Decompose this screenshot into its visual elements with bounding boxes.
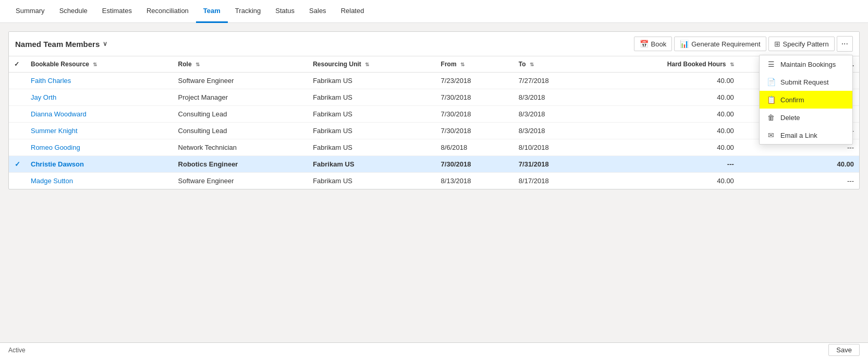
- row-hard-hours-5: ---: [591, 156, 739, 173]
- row-hard-hours-1: 40.00: [591, 89, 739, 106]
- row-role-1: Project Manager: [173, 89, 308, 106]
- confirm-label: Confirm: [780, 96, 804, 104]
- row-role-4: Network Technician: [173, 139, 308, 156]
- dropdown-item-maintain[interactable]: ☰Maintain Bookings: [760, 55, 852, 73]
- sort-resource-icon[interactable]: ⇅: [93, 62, 97, 67]
- row-resource-1[interactable]: Jay Orth: [26, 89, 173, 106]
- table-body: Faith CharlesSoftware EngineerFabrikam U…: [9, 73, 859, 189]
- dropdown-menu: ☰Maintain Bookings📄Submit Request📋Confir…: [759, 55, 853, 145]
- table-row[interactable]: Dianna WoodwardConsulting LeadFabrikam U…: [9, 106, 859, 123]
- submit-icon: 📄: [767, 78, 775, 86]
- sort-role-icon[interactable]: ⇅: [195, 62, 200, 67]
- more-options-button[interactable]: ···: [837, 36, 853, 52]
- table-row[interactable]: Summer KnightConsulting LeadFabrikam US7…: [9, 123, 859, 139]
- row-hard-hours-6: 40.00: [591, 173, 739, 189]
- row-check-6[interactable]: [9, 173, 26, 189]
- main-content: Named Team Members ∨ 📅 Book 📊 Generate R…: [0, 23, 868, 342]
- nav-item-estimates[interactable]: Estimates: [95, 0, 139, 23]
- resource-link-1[interactable]: Jay Orth: [31, 93, 56, 101]
- resource-link-0[interactable]: Faith Charles: [31, 77, 71, 85]
- row-to-0: 7/27/2018: [514, 73, 591, 89]
- row-from-3: 7/30/2018: [436, 123, 514, 139]
- row-check-1[interactable]: [9, 89, 26, 106]
- table-container: Named Team Members ∨ 📅 Book 📊 Generate R…: [8, 31, 860, 189]
- delete-icon: 🗑: [767, 113, 775, 122]
- col-to: To ⇅: [514, 56, 591, 73]
- row-from-5: 7/30/2018: [436, 156, 514, 173]
- row-to-1: 8/3/2018: [514, 89, 591, 106]
- nav-item-sales[interactable]: Sales: [302, 0, 334, 23]
- table-header-bar: Named Team Members ∨ 📅 Book 📊 Generate R…: [9, 32, 859, 56]
- table-title: Named Team Members ∨: [15, 40, 107, 49]
- sort-hard-hours-icon[interactable]: ⇅: [730, 62, 734, 67]
- sort-unit-icon[interactable]: ⇅: [365, 62, 369, 67]
- row-check-5[interactable]: ✓: [9, 156, 26, 173]
- nav-item-related[interactable]: Related: [334, 0, 372, 23]
- table-row[interactable]: ✓Christie DawsonRobotics EngineerFabrika…: [9, 156, 859, 173]
- resource-link-6[interactable]: Madge Sutton: [31, 177, 73, 185]
- sort-to-icon[interactable]: ⇅: [530, 62, 534, 67]
- row-resource-0[interactable]: Faith Charles: [26, 73, 173, 89]
- specify-pattern-button[interactable]: ⊞ Specify Pattern: [768, 37, 835, 51]
- resource-link-5[interactable]: Christie Dawson: [31, 160, 84, 168]
- row-resource-3[interactable]: Summer Knight: [26, 123, 173, 139]
- dropdown-item-email[interactable]: ✉Email a Link: [760, 126, 852, 144]
- select-all-checkbox[interactable]: ✓: [14, 61, 19, 68]
- nav-item-schedule[interactable]: Schedule: [52, 0, 95, 23]
- nav-item-team[interactable]: Team: [196, 0, 228, 23]
- row-check-4[interactable]: [9, 139, 26, 156]
- col-unit: Resourcing Unit ⇅: [308, 56, 435, 73]
- row-from-6: 8/13/2018: [436, 173, 514, 189]
- table-row[interactable]: Faith CharlesSoftware EngineerFabrikam U…: [9, 73, 859, 89]
- dropdown-item-confirm[interactable]: 📋Confirm: [760, 91, 852, 109]
- row-check-3[interactable]: [9, 123, 26, 139]
- top-navigation: SummaryScheduleEstimatesReconciliationTe…: [0, 0, 868, 23]
- table-row[interactable]: Romeo GoodingNetwork TechnicianFabrikam …: [9, 139, 859, 156]
- email-label: Email a Link: [780, 132, 817, 139]
- save-button[interactable]: Save: [828, 344, 860, 356]
- nav-item-summary[interactable]: Summary: [8, 0, 52, 23]
- row-resource-6[interactable]: Madge Sutton: [26, 173, 173, 189]
- row-hard-hours-2: 40.00: [591, 106, 739, 123]
- delete-label: Delete: [780, 114, 800, 122]
- row-to-2: 8/3/2018: [514, 106, 591, 123]
- row-resource-2[interactable]: Dianna Woodward: [26, 106, 173, 123]
- row-to-4: 8/10/2018: [514, 139, 591, 156]
- row-hard-hours-3: 40.00: [591, 123, 739, 139]
- table-row[interactable]: Madge SuttonSoftware EngineerFabrikam US…: [9, 173, 859, 189]
- col-role: Role ⇅: [173, 56, 308, 73]
- nav-item-reconciliation[interactable]: Reconciliation: [139, 0, 196, 23]
- row-role-3: Consulting Lead: [173, 123, 308, 139]
- table-header: ✓ Bookable Resource ⇅ Role ⇅ Resourcing …: [9, 56, 859, 73]
- resource-link-4[interactable]: Romeo Gooding: [31, 144, 80, 151]
- dropdown-item-delete[interactable]: 🗑Delete: [760, 109, 852, 126]
- maintain-label: Maintain Bookings: [780, 61, 836, 68]
- sort-from-icon[interactable]: ⇅: [460, 62, 464, 67]
- row-unit-0: Fabrikam US: [308, 73, 435, 89]
- nav-item-status[interactable]: Status: [268, 0, 302, 23]
- row-check-2[interactable]: [9, 106, 26, 123]
- row-unit-6: Fabrikam US: [308, 173, 435, 189]
- col-check: ✓: [9, 56, 26, 73]
- nav-item-tracking[interactable]: Tracking: [228, 0, 268, 23]
- row-role-0: Software Engineer: [173, 73, 308, 89]
- generate-requirement-button[interactable]: 📊 Generate Requirement: [674, 37, 766, 51]
- row-unit-2: Fabrikam US: [308, 106, 435, 123]
- status-bar: Active Save: [0, 342, 868, 357]
- row-resource-4[interactable]: Romeo Gooding: [26, 139, 173, 156]
- row-resource-5[interactable]: Christie Dawson: [26, 156, 173, 173]
- col-hard-hours: Hard Booked Hours ⇅: [591, 56, 739, 73]
- row-from-2: 7/30/2018: [436, 106, 514, 123]
- table-row[interactable]: Jay OrthProject ManagerFabrikam US7/30/2…: [9, 89, 859, 106]
- row-role-5: Robotics Engineer: [173, 156, 308, 173]
- resource-link-2[interactable]: Dianna Woodward: [31, 110, 87, 118]
- book-button[interactable]: 📅 Book: [634, 37, 673, 51]
- row-to-6: 8/17/2018: [514, 173, 591, 189]
- row-unit-4: Fabrikam US: [308, 139, 435, 156]
- resource-link-3[interactable]: Summer Knight: [31, 127, 78, 135]
- row-role-6: Software Engineer: [173, 173, 308, 189]
- row-from-0: 7/23/2018: [436, 73, 514, 89]
- col-from: From ⇅: [436, 56, 514, 73]
- dropdown-item-submit[interactable]: 📄Submit Request: [760, 73, 852, 91]
- row-check-0[interactable]: [9, 73, 26, 89]
